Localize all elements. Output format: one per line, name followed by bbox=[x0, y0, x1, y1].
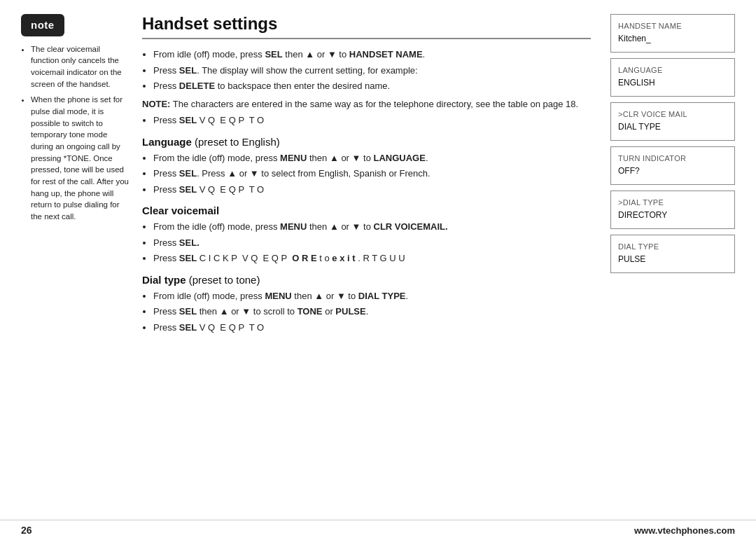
section-language-heading: Language (preset to English) bbox=[142, 136, 591, 148]
screen-turn-indicator: TURN INDICATOR OFF? bbox=[610, 146, 735, 185]
voicemail-bullets: From the idle (off) mode, press MENU the… bbox=[142, 220, 591, 265]
screen-dtd-label: >DIAL TYPE bbox=[618, 197, 727, 209]
screen-language-value: ENGLISH bbox=[618, 76, 727, 89]
dt-bullet-1: From idle (off) mode, press MENU then ▲ … bbox=[153, 289, 591, 303]
footer: 26 www.vtechphones.com bbox=[0, 520, 756, 540]
press-sel-1: Press SEL V Q E Q P T O bbox=[153, 113, 591, 127]
left-sidebar: note The clear voicemail function only c… bbox=[21, 14, 130, 513]
lang-bullet-1: From the idle (off) mode, press MENU the… bbox=[153, 151, 591, 165]
note-badge: note bbox=[21, 14, 64, 36]
intro-bullet-2: Press SEL. The display will show the cur… bbox=[153, 64, 591, 78]
screen-language-label: LANGUAGE bbox=[618, 64, 727, 76]
screen-handset-name-label: HANDSET NAME bbox=[618, 20, 727, 32]
section-language-sub: (preset to English) bbox=[192, 136, 280, 148]
dt-bullet-3: Press SEL V Q E Q P T O bbox=[153, 321, 591, 335]
dt-bullet-2: Press SEL then ▲ or ▼ to scroll to TONE … bbox=[153, 305, 591, 319]
screen-dtd-value: DIRECTORY bbox=[618, 209, 727, 221]
note-inline-label: NOTE: bbox=[142, 99, 170, 109]
screen-handset-name-value: Kitchen_ bbox=[618, 32, 727, 45]
note-paragraph: NOTE: The characters are entered in the … bbox=[142, 97, 591, 111]
screen-clr-value: DIAL TYPE bbox=[618, 120, 727, 133]
right-panel: HANDSET NAME Kitchen_ LANGUAGE ENGLISH >… bbox=[610, 14, 735, 513]
sidebar-bullets: The clear voicemail function only cancel… bbox=[21, 43, 130, 223]
screen-dial-type-pulse: DIAL TYPE PULSE bbox=[610, 235, 735, 273]
main-content: Handset settings From idle (off) mode, p… bbox=[142, 14, 598, 513]
page-number: 26 bbox=[21, 525, 32, 536]
intro-bullet-3: Press DELETE to backspace then enter the… bbox=[153, 79, 591, 93]
screen-turn-label: TURN INDICATOR bbox=[618, 153, 727, 165]
vm-bullet-1: From the idle (off) mode, press MENU the… bbox=[153, 220, 591, 234]
press-sel-1-list: Press SEL V Q E Q P T O bbox=[142, 113, 591, 127]
website-url: www.vtechphones.com bbox=[634, 525, 735, 536]
page-title: Handset settings bbox=[142, 14, 591, 39]
intro-bullet-1: From idle (off) mode, press SEL then ▲ o… bbox=[153, 48, 591, 62]
section-dialtype-heading: Dial type (preset to tone) bbox=[142, 274, 591, 286]
screen-dtp-value: PULSE bbox=[618, 253, 727, 265]
intro-bullets: From idle (off) mode, press SEL then ▲ o… bbox=[142, 48, 591, 93]
screen-dtp-label: DIAL TYPE bbox=[618, 241, 727, 253]
sidebar-bullet-1: The clear voicemail function only cancel… bbox=[31, 43, 130, 90]
screen-turn-value: OFF? bbox=[618, 165, 727, 177]
vm-bullet-2: Press SEL. bbox=[153, 236, 591, 250]
section-dialtype-sub: (preset to tone) bbox=[186, 274, 260, 286]
vm-bullet-3: Press SEL C I C K P V Q E Q P O R E t o … bbox=[153, 251, 591, 265]
screen-clr-label: >CLR VOICE MAIL bbox=[618, 109, 727, 120]
language-bullets: From the idle (off) mode, press MENU the… bbox=[142, 151, 591, 197]
screen-clr-voice-mail: >CLR VOICE MAIL DIAL TYPE bbox=[610, 102, 735, 141]
sidebar-bullet-2: When the phone is set for pulse dial mod… bbox=[31, 94, 130, 222]
lang-bullet-2: Press SEL. Press ▲ or ▼ to select from E… bbox=[153, 167, 591, 181]
screen-dial-type-directory: >DIAL TYPE DIRECTORY bbox=[610, 191, 735, 229]
section-voicemail-heading: Clear voicemail bbox=[142, 205, 591, 216]
screen-handset-name: HANDSET NAME Kitchen_ bbox=[610, 14, 735, 53]
dialtype-bullets: From idle (off) mode, press MENU then ▲ … bbox=[142, 289, 591, 335]
screen-language: LANGUAGE ENGLISH bbox=[610, 58, 735, 97]
lang-bullet-3: Press SEL V Q E Q P T O bbox=[153, 183, 591, 197]
